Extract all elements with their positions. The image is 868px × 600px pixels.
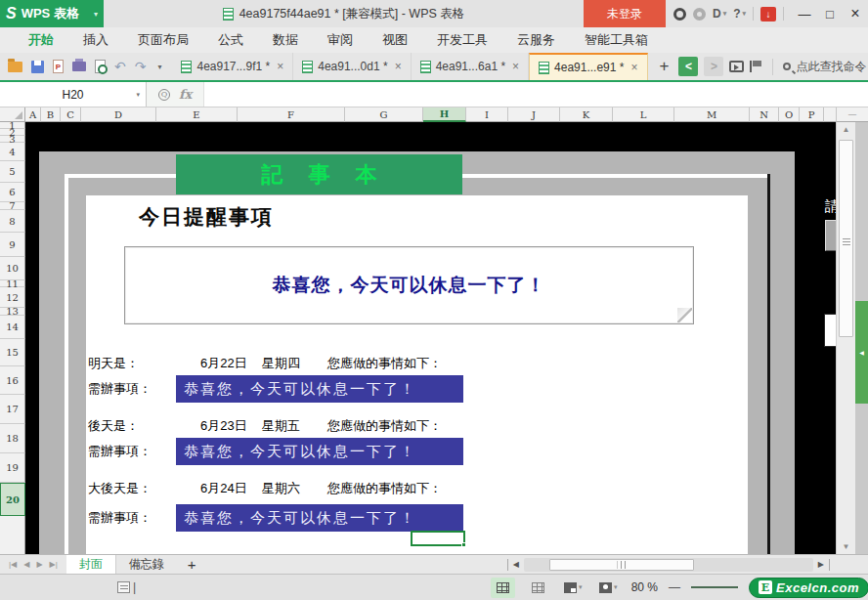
theme-icon[interactable] (673, 8, 686, 21)
page-layout-view-button[interactable]: ▾ (561, 578, 586, 598)
close-button[interactable]: × (843, 0, 868, 27)
download-update-icon[interactable]: ↓ (760, 7, 776, 21)
login-button[interactable]: 未登录 (584, 0, 666, 27)
page-break-view-button[interactable] (526, 578, 550, 598)
col-header-C[interactable]: C (61, 107, 81, 122)
col-header-E[interactable]: E (156, 107, 238, 122)
row-header-15[interactable]: 15 (0, 339, 25, 366)
doc-tab-2[interactable]: 4ea91...0d1 * × (293, 53, 411, 80)
task-value-cell[interactable]: 恭喜您，今天可以休息一下了！ (176, 438, 463, 465)
tab-list-icon[interactable] (750, 61, 762, 72)
close-icon[interactable]: × (629, 61, 637, 74)
doc-tab-4-active[interactable]: 4ea91...e91 * × (529, 53, 647, 80)
doc-tab-3[interactable]: 4ea91...6a1 * × (412, 53, 529, 80)
reading-mode-button[interactable]: ▾ (596, 578, 621, 598)
sheet-tab-memo[interactable]: 備忘錄 (116, 555, 177, 574)
row-header-20-active[interactable]: 20 (0, 483, 25, 516)
col-header-I[interactable]: I (466, 107, 508, 122)
scroll-right-icon[interactable]: ▶ (818, 560, 824, 569)
menu-smart-toolbox[interactable]: 智能工具箱 (570, 31, 663, 49)
scroll-left-icon[interactable]: ◀ (513, 560, 519, 569)
col-header-K[interactable]: K (560, 107, 613, 122)
col-header-P[interactable]: P (800, 107, 824, 122)
row-header-9[interactable]: 9 (0, 233, 25, 257)
menu-home[interactable]: 开始 (14, 31, 68, 49)
chevron-down-icon[interactable]: ▾ (154, 63, 164, 71)
new-document-button[interactable]: + (656, 57, 673, 76)
menu-review[interactable]: 审阅 (313, 31, 368, 49)
insert-function-icon[interactable]: Q (158, 89, 170, 101)
zoom-out-button[interactable]: — (669, 580, 680, 594)
fill-handle[interactable] (461, 542, 466, 547)
horizontal-scrollbar[interactable] (524, 558, 813, 572)
spreadsheet-canvas[interactable]: 今日提醒事項 恭喜您，今天可以休息一下了！ 明天是： 6月22日 星期四 您應做… (25, 122, 836, 554)
maximize-button[interactable]: □ (817, 0, 843, 27)
print-preview-icon[interactable] (95, 60, 106, 73)
minimize-button[interactable]: — (792, 0, 817, 27)
undo-icon[interactable]: ↶ (114, 60, 126, 73)
vertical-scrollbar[interactable]: ▲ ▼ (836, 122, 855, 554)
split-handle[interactable]: — (836, 107, 868, 122)
save-icon[interactable] (31, 61, 44, 73)
row-header-16[interactable]: 16 (0, 366, 25, 395)
formula-input[interactable] (203, 82, 868, 107)
scroll-down-icon[interactable]: ▼ (837, 542, 855, 551)
row-header-6[interactable]: 6 (0, 183, 25, 202)
selected-cell-H20[interactable] (411, 531, 465, 546)
col-header-B[interactable]: B (41, 107, 61, 122)
add-sheet-button[interactable]: + (177, 555, 207, 574)
col-header-O[interactable]: O (779, 107, 800, 122)
print-icon[interactable] (72, 62, 86, 71)
cell-name-box[interactable]: H20 ▾ (0, 82, 147, 107)
row-header-19[interactable]: 19 (0, 453, 25, 483)
menu-developer[interactable]: 开发工具 (422, 31, 502, 49)
col-header-H-active[interactable]: H (423, 107, 466, 122)
normal-view-button[interactable] (491, 578, 515, 598)
settings-icon[interactable] (693, 8, 706, 21)
row-header-11[interactable]: 11 (0, 280, 25, 287)
col-header-G[interactable]: G (345, 107, 423, 122)
vertical-scroll-thumb[interactable] (839, 140, 853, 337)
col-header-A[interactable]: A (25, 107, 41, 122)
menu-formulas[interactable]: 公式 (203, 31, 258, 49)
wps-app-button[interactable]: S WPS 表格 ▾ (0, 0, 104, 27)
last-sheet-icon[interactable]: ▶| (50, 560, 58, 569)
chevron-down-icon[interactable]: ▾ (94, 10, 98, 19)
command-search[interactable]: 点此查找命令 (772, 59, 866, 75)
task-value-cell[interactable]: 恭喜您，今天可以休息一下了！ (176, 504, 463, 532)
select-all-corner[interactable] (0, 107, 25, 122)
row-header-4[interactable]: 4 (0, 143, 25, 161)
record-view-icon[interactable] (117, 581, 130, 593)
row-header-7[interactable]: 7 (0, 202, 25, 210)
row-header-17[interactable]: 17 (0, 395, 25, 424)
help-menu-button[interactable]: ?▾ (733, 7, 746, 21)
col-header-M[interactable]: M (674, 107, 750, 122)
row-header-18[interactable]: 18 (0, 424, 25, 453)
skin-menu-button[interactable]: D▾ (713, 7, 726, 21)
menu-page-layout[interactable]: 页面布局 (123, 31, 203, 49)
row-header-5[interactable]: 5 (0, 161, 25, 183)
row-header-3[interactable]: 3 (0, 136, 25, 143)
tab-scroll-forward-button[interactable]: > (704, 57, 723, 76)
next-sheet-icon[interactable]: ▶ (36, 560, 42, 569)
menu-cloud[interactable]: 云服务 (502, 31, 570, 49)
prev-sheet-icon[interactable]: ◀ (23, 560, 29, 569)
menu-insert[interactable]: 插入 (68, 31, 123, 49)
open-file-icon[interactable] (8, 62, 22, 72)
chevron-down-icon[interactable]: ▾ (136, 91, 140, 99)
zoom-slider[interactable] (691, 586, 738, 588)
redo-icon[interactable]: ↷ (135, 60, 147, 73)
close-icon[interactable]: × (275, 60, 283, 73)
scroll-up-icon[interactable]: ▲ (837, 125, 855, 134)
tab-scroll-back-button[interactable]: < (678, 57, 698, 76)
task-pane-toggle[interactable]: ◀ (855, 301, 868, 404)
col-header-F[interactable]: F (238, 107, 345, 122)
doc-tab-1[interactable]: 4ea917...9f1 * × (172, 53, 293, 80)
presentation-icon[interactable] (729, 61, 744, 72)
export-pdf-icon[interactable]: P (53, 60, 64, 73)
row-header-10[interactable]: 10 (0, 257, 25, 280)
menu-view[interactable]: 视图 (368, 31, 422, 49)
menu-data[interactable]: 数据 (258, 31, 313, 49)
sheet-tab-cover[interactable]: 封面 (66, 555, 116, 574)
col-header-J[interactable]: J (508, 107, 560, 122)
